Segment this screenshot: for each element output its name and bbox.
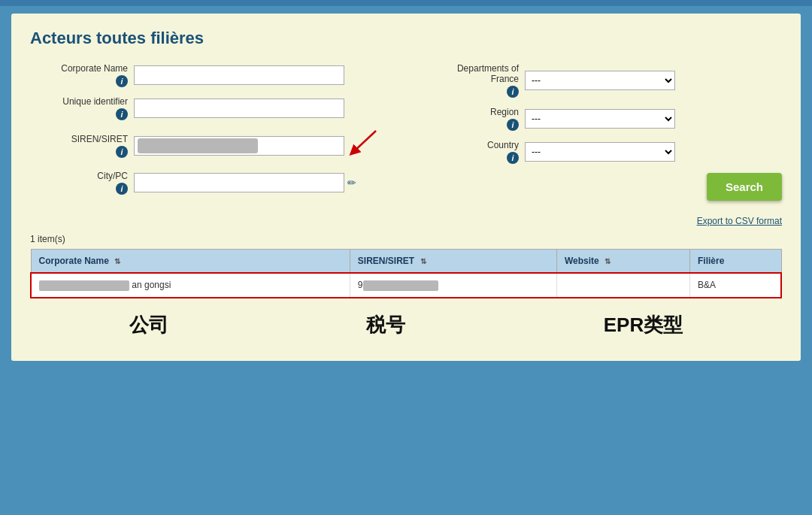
city-pc-input[interactable]	[134, 173, 344, 192]
corporate-name-input[interactable]	[134, 65, 344, 85]
country-select[interactable]: ---	[525, 142, 675, 162]
region-row: Region i ---	[421, 107, 782, 131]
cell-website	[556, 273, 689, 298]
departments-info-icon[interactable]: i	[507, 86, 519, 98]
sort-icon-siren-siret[interactable]: ⇅	[420, 257, 426, 265]
siren-siret-label: SIREN/SIRET	[30, 134, 128, 144]
results-table: Corporate Name ⇅ SIREN/SIRET ⇅ Website ⇅…	[30, 249, 782, 298]
red-arrow-svg	[346, 129, 383, 159]
region-label: Region	[421, 107, 519, 117]
country-info-icon[interactable]: i	[507, 152, 519, 164]
unique-identifier-info-icon[interactable]: i	[116, 108, 128, 120]
cell-siren-siret: 9	[350, 273, 556, 298]
corporate-name-row: Corporate Name i	[30, 63, 391, 87]
svg-line-1	[353, 131, 376, 152]
form-left: Corporate Name i Unique identifier i	[30, 63, 391, 204]
sort-icon-website[interactable]: ⇅	[604, 257, 611, 265]
annotation-tax-number: 税号	[366, 312, 405, 338]
city-pc-row: City/PC i ✏	[30, 171, 391, 195]
edit-icon[interactable]: ✏	[347, 177, 356, 189]
col-website: Website ⇅	[556, 250, 689, 274]
country-row: Country i ---	[421, 140, 782, 164]
cell-blur-tax	[363, 280, 438, 291]
items-count: 1 item(s)	[30, 234, 782, 244]
cell-filiere: B&A	[690, 273, 782, 298]
siren-siret-label-group: SIREN/SIRET i	[30, 134, 128, 158]
search-button[interactable]: Search	[707, 173, 782, 201]
top-bar	[0, 0, 812, 6]
cell-corporate-name: an gongsi	[31, 273, 350, 298]
form-right: Departments ofFrance i --- Region i	[421, 63, 782, 204]
corporate-name-suffix: an gongsi	[132, 280, 171, 290]
city-pc-label-group: City/PC i	[30, 171, 128, 195]
col-filiere: Filière	[690, 250, 782, 274]
chinese-annotation: 公司 税号 EPR类型	[30, 312, 782, 338]
col-corporate-name: Corporate Name ⇅	[31, 250, 350, 274]
buttons-row: Search	[421, 173, 782, 201]
unique-identifier-row: Unique identifier i	[30, 96, 391, 120]
country-label: Country	[421, 140, 519, 150]
unique-identifier-label-group: Unique identifier i	[30, 96, 128, 120]
city-pc-input-wrapper: ✏	[134, 173, 356, 192]
region-info-icon[interactable]: i	[507, 119, 519, 131]
siren-siret-info-icon[interactable]: i	[116, 146, 128, 158]
siren-input-wrapper	[134, 136, 344, 156]
corporate-name-label: Corporate Name	[30, 63, 128, 74]
red-arrow-container	[346, 129, 383, 162]
unique-identifier-label: Unique identifier	[30, 96, 128, 107]
country-label-group: Country i	[421, 140, 519, 164]
export-row: Export to CSV format	[30, 216, 782, 226]
departments-label: Departments ofFrance	[421, 63, 519, 84]
page-title: Acteurs toutes filières	[30, 29, 782, 48]
siren-prefix: 9	[358, 280, 363, 290]
corporate-name-label-group: Corporate Name i	[30, 63, 128, 87]
corporate-name-info-icon[interactable]: i	[116, 75, 128, 87]
annotation-company: 公司	[129, 312, 168, 338]
table-row[interactable]: an gongsi 9 B&A	[31, 273, 781, 298]
city-pc-label: City/PC	[30, 171, 128, 181]
departments-select[interactable]: ---	[525, 71, 675, 90]
export-csv-link[interactable]: Export to CSV format	[697, 216, 782, 226]
siren-blur-overlay	[138, 138, 258, 153]
sort-icon-corporate-name[interactable]: ⇅	[114, 257, 120, 265]
table-header-row: Corporate Name ⇅ SIREN/SIRET ⇅ Website ⇅…	[31, 250, 781, 274]
region-label-group: Region i	[421, 107, 519, 131]
departments-label-group: Departments ofFrance i	[421, 63, 519, 98]
form-area: Corporate Name i Unique identifier i	[30, 63, 782, 204]
city-pc-info-icon[interactable]: i	[116, 183, 128, 195]
cell-blur-corporate	[39, 280, 129, 291]
departments-row: Departments ofFrance i ---	[421, 63, 782, 98]
unique-identifier-input[interactable]	[134, 98, 344, 118]
main-wrapper: Acteurs toutes filières Corporate Name i…	[11, 14, 801, 361]
siren-siret-row: SIREN/SIRET i	[30, 129, 391, 162]
col-siren-siret: SIREN/SIRET ⇅	[350, 250, 556, 274]
annotation-epr-type: EPR类型	[604, 312, 683, 338]
region-select[interactable]: ---	[525, 109, 675, 129]
